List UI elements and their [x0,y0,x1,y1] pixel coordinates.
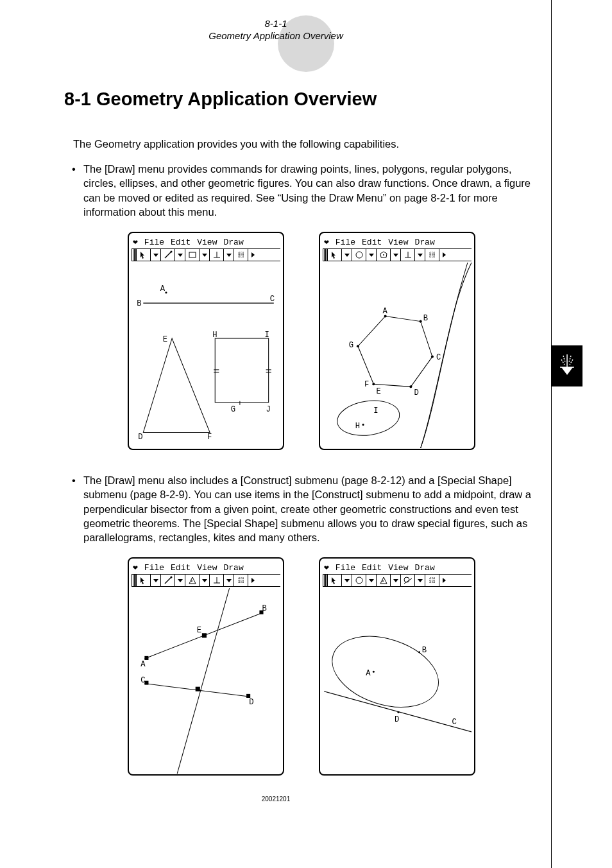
svg-marker-47 [358,317,432,387]
menu-file: File [144,563,164,573]
svg-text:H: H [355,422,360,431]
app-icon: ❤ [324,237,329,247]
grid-tool-icon [425,249,439,261]
dropdown-icon [200,249,210,261]
svg-point-52 [372,383,375,385]
menu-file: File [336,238,355,247]
menu-view: View [388,238,408,247]
canvas: A B C E D F H I [132,261,280,445]
dropdown-icon [151,575,161,586]
svg-text:E: E [376,387,380,396]
svg-text:E: E [197,627,201,636]
footer-date: 20021201 [0,795,552,803]
dropdown-icon [224,249,234,261]
dropdown-icon [415,575,425,586]
svg-text:B: B [262,604,266,613]
svg-point-61 [335,397,402,439]
toolbar-grip-icon [132,575,137,586]
dropdown-icon [175,575,185,586]
intro-text: The Geometry application provides you wi… [73,138,539,150]
toolbar [323,248,472,261]
svg-text:J: J [266,405,271,414]
svg-text:D: D [249,699,253,707]
svg-point-51 [409,385,412,388]
arrow-icon [137,575,151,586]
svg-text:D: D [138,433,142,442]
bullet-draw-menu: The [Draw] menu provides commands for dr… [65,162,539,219]
toolbar-grip-icon [132,249,137,261]
svg-text:E: E [163,335,167,344]
polygon-tool-icon [377,249,391,261]
dropdown-icon [366,575,377,586]
svg-rect-87 [246,694,250,698]
bullet-construct-submenu: The [Draw] menu also includes a [Constru… [65,473,539,544]
scroll-right-icon [248,249,259,261]
dropdown-icon [151,249,161,261]
screenshot-c: ❤ File Edit View Draw [128,557,284,776]
svg-point-36 [356,252,362,258]
svg-text:C: C [140,676,145,685]
perp-tool-icon [401,249,415,261]
menubar: ❤ File Edit View Draw [132,236,280,248]
svg-text:I: I [265,331,269,340]
circle-tool-icon [352,575,366,586]
toolbar-grip-icon [323,575,328,586]
svg-rect-26 [215,338,268,403]
svg-line-1 [563,356,565,362]
svg-point-106 [418,652,420,654]
grid-tool-icon [234,575,248,586]
toolbar-grip-icon [323,249,328,261]
menubar: ❤ File Edit View Draw [323,236,472,248]
scroll-right-icon [439,249,450,261]
running-header: 8-1-1 Geometry Application Overview [0,18,552,41]
svg-point-109 [398,711,400,713]
triangle-tool-icon [185,575,200,586]
chapter-thumb-tab [552,345,582,386]
svg-point-50 [431,356,434,358]
svg-marker-67 [189,577,196,584]
canvas: A B C D [323,587,472,770]
svg-rect-80 [202,634,207,638]
line-tool-icon [161,249,175,261]
arrow-icon [328,575,342,586]
svg-point-102 [323,624,448,720]
svg-point-93 [382,580,384,582]
dropdown-icon [342,249,352,261]
tangent-tool-icon [401,575,415,586]
svg-line-3 [561,360,565,365]
menu-view: View [197,238,217,247]
svg-line-4 [570,360,573,365]
svg-point-49 [420,320,422,323]
app-icon: ❤ [324,562,329,573]
svg-text:A: A [366,670,371,679]
svg-marker-22 [143,338,210,433]
perp-tool-icon [210,249,224,261]
grid-tool-icon [234,249,248,261]
menu-file: File [336,563,355,573]
menu-edit: Edit [362,238,382,247]
svg-point-7 [170,251,172,253]
svg-text:A: A [383,307,388,316]
screenshot-a: ❤ File Edit View Draw [128,232,284,450]
toolbar [132,248,280,261]
page-code: 8-1-1 [0,18,552,29]
triangle-tool-icon [377,575,391,586]
svg-text:F: F [364,380,369,389]
svg-text:D: D [395,715,399,724]
svg-point-53 [357,345,359,347]
svg-point-18 [165,291,167,293]
dropdown-icon [391,249,401,261]
svg-line-6 [165,252,171,258]
svg-point-66 [170,577,172,578]
svg-line-2 [569,356,571,362]
svg-point-68 [191,580,192,582]
svg-point-38 [383,254,384,256]
svg-text:H: H [212,331,217,340]
svg-rect-78 [144,656,148,660]
dropdown-icon [391,575,401,586]
menu-draw: Draw [223,238,243,247]
svg-point-63 [362,424,364,426]
svg-text:A: A [140,661,146,670]
canvas: A B E C D [132,587,280,770]
svg-text:B: B [422,646,427,655]
